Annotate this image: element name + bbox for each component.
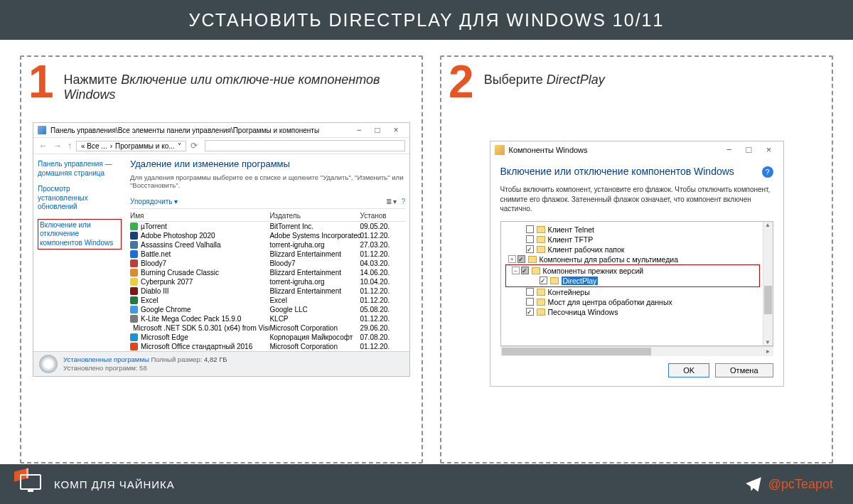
window-title: Панель управления\Все элементы панели уп… [50,127,350,134]
crumb-chevron-icon: ˅ [178,142,181,150]
tree-item[interactable]: Клиент TFTP [503,235,771,245]
telegram-icon [744,475,763,493]
help-icon[interactable]: ? [401,198,405,205]
sidebar-link-updates[interactable]: Просмотр установленных обновлений [38,185,122,212]
step-1-prefix: Нажмите [64,73,122,87]
table-row[interactable]: µTorrentBitTorrent Inc.09.05.20. [130,222,405,231]
page-header: УСТАНОВИТЬ DIRECTPLAY ДЛЯ WINDOWS 10/11 [0,0,853,40]
content-desc: Для удаления программы выберите ее в спи… [130,173,405,189]
crumb-2: Программы и ко... [115,142,175,150]
cancel-button[interactable]: Отмена [715,363,773,377]
tree-item[interactable]: Контейнеры [503,287,771,297]
program-list: µTorrentBitTorrent Inc.09.05.20.Adobe Ph… [130,222,405,351]
forward-button[interactable]: → [52,141,63,151]
page-title: УСТАНОВИТЬ DIRECTPLAY ДЛЯ WINDOWS 10/11 [189,10,665,31]
content-heading: Удаление или изменение программы [130,159,405,169]
table-row[interactable]: Bloody7Bloody704.03.20. [130,259,405,268]
step-2: 2 Выберите DirectPlay Компоненты Windows… [440,55,833,463]
screen-icon [20,474,41,490]
features-titlebar: Компоненты Windows − □ × [490,141,783,158]
vertical-scrollbar[interactable]: ▲▼ [763,222,773,345]
status-size: 4,82 ГБ [204,355,227,363]
tree-item[interactable]: −Компоненты прежних версий [506,266,759,276]
tree-item[interactable]: Песочница Windows [503,307,771,317]
view-icon[interactable]: ≣ ▾ [386,198,397,205]
close-button[interactable]: × [387,125,405,135]
telegram-handle: @pcTeapot [768,477,833,492]
horizontal-scrollbar[interactable]: ◄► [500,346,773,356]
breadcrumb[interactable]: « Все ...› Программы и ко... ˅ [76,141,186,151]
nav-bar: ← → ↑ « Все ...› Программы и ко... ˅ ⟳ [33,138,409,154]
step-2-em: DirectPlay [547,73,605,87]
step-1: 1 Нажмите Включение или отключе-ние комп… [20,55,423,463]
status-bar: Установленные программы Полный размер: 4… [33,351,409,376]
features-desc: Чтобы включить компонент, установите его… [500,185,773,214]
tree-item[interactable]: +Компоненты для работы с мультимедиа [503,254,771,264]
back-button[interactable]: ← [38,141,49,151]
col-installed[interactable]: Установ [360,212,406,220]
help-icon[interactable]: ? [762,166,773,178]
features-heading: Включение или отключение компонентов Win… [500,165,755,178]
table-row[interactable]: K-Lite Mega Codec Pack 15.9.0KLCP01.12.2… [130,314,405,323]
tree-item[interactable]: Клиент Telnet [503,225,771,235]
step-1-instruction: Нажмите Включение или отключе-ние компон… [64,73,410,102]
status-label-1: Установленные программы [63,355,149,363]
tree-item[interactable]: Клиент рабочих папок [503,245,771,254]
steps-container: 1 Нажмите Включение или отключе-ние комп… [0,40,853,463]
maximize-button[interactable]: □ [739,144,759,155]
up-button[interactable]: ↑ [66,141,73,151]
step-2-number: 2 [449,63,474,101]
step-2-instruction: Выберите DirectPlay [484,73,605,87]
col-publisher[interactable]: Издатель [269,212,360,220]
refresh-button[interactable]: ⟳ [189,141,199,151]
minimize-button[interactable]: − [719,144,739,155]
brand-logo [20,474,44,494]
table-row[interactable]: Microsoft EdgeКорпорация Майкрософт07.08… [130,333,405,342]
sidebar-link-home[interactable]: Панель управления — домашняя страница [38,160,122,178]
close-button[interactable]: × [759,144,779,155]
search-input[interactable] [205,140,405,151]
brand-name: КОМП ДЛЯ ЧАЙНИКА [54,478,175,490]
screenshot-windows-features: Компоненты Windows − □ × Включение или о… [490,141,784,387]
screenshot-programs-features: Панель управления\Все элементы панели уп… [33,122,410,377]
table-row[interactable]: Adobe Photoshop 2020Adobe Systems Incorp… [130,231,405,240]
sort-dropdown[interactable]: Упорядочить ▾ [130,198,178,205]
tree-item[interactable]: DirectPlay [506,276,759,286]
column-headers: Имя Издатель Установ [130,210,405,222]
telegram-link[interactable]: @pcTeapot [744,475,833,493]
status-count: Установлено программ: 58 [63,364,227,372]
table-row[interactable]: Burning Crusade ClassicBlizzard Entertai… [130,268,405,277]
table-row[interactable]: Microsoft Office стандартный 2016Microso… [130,342,405,351]
table-row[interactable]: Google ChromeGoogle LLC05.08.20. [130,305,405,314]
disc-icon [39,355,58,373]
ok-button[interactable]: OK [668,363,709,377]
status-label-size: Полный размер: [151,355,202,363]
table-row[interactable]: Diablo IIIBlizzard Entertainment01.12.20… [130,286,405,296]
window-icon [38,126,46,134]
window-titlebar: Панель управления\Все элементы панели уп… [33,123,409,138]
maximize-button[interactable]: □ [368,125,387,135]
table-row[interactable]: Cyberpunk 2077torrent-igruha.org10.04.20… [130,277,405,286]
table-row[interactable]: Assassins Creed Valhallatorrent-igruha.o… [130,240,405,250]
features-window-icon [495,145,505,155]
content-pane: Удаление или изменение программы Для уда… [126,154,409,351]
sidebar: Панель управления — домашняя страница Пр… [33,154,126,351]
tree-item[interactable]: Мост для центра обработки данных [503,297,771,307]
sidebar-link-features[interactable]: Включение или отключение компонентов Win… [38,219,122,250]
page-footer: КОМП ДЛЯ ЧАЙНИКА @pcTeapot [0,464,853,504]
features-tree: Клиент TelnetКлиент TFTPКлиент рабочих п… [500,221,773,346]
table-row[interactable]: Battle.netBlizzard Entertainment01.12.20… [130,250,405,259]
step-2-prefix: Выберите [484,73,547,87]
crumb-1: « Все ... [81,142,107,150]
col-name[interactable]: Имя [130,212,269,220]
step-1-number: 1 [28,63,54,101]
features-window-title: Компоненты Windows [509,146,719,154]
table-row[interactable]: Microsoft .NET SDK 5.0.301 (x64) from Vi… [130,323,405,333]
table-row[interactable]: ExcelExcel01.12.20. [130,296,405,305]
minimize-button[interactable]: − [350,125,368,135]
